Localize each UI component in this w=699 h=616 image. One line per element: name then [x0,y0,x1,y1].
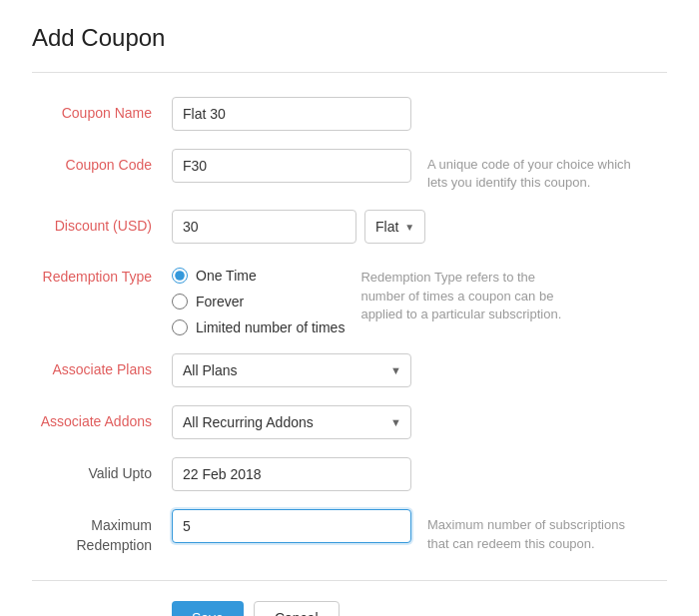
discount-control: Flat ▼ [172,210,425,244]
page-title: Add Coupon [32,24,667,52]
footer-buttons: Save Cancel [32,601,667,616]
save-button[interactable]: Save [172,601,244,616]
coupon-name-row: Coupon Name [32,97,667,131]
associate-plans-control: All Plans ▼ [172,353,411,387]
redemption-radio-group: One Time Forever Limited number of times [172,262,345,335]
valid-upto-control [172,457,411,491]
discount-input[interactable] [172,210,356,244]
valid-upto-label: Valid Upto [32,457,172,484]
discount-label: Discount (USD) [32,210,172,237]
valid-upto-row: Valid Upto [32,457,667,491]
max-redemption-hint: Maximum number of subscriptions that can… [427,509,647,552]
coupon-code-control [172,149,411,183]
coupon-code-label: Coupon Code [32,149,172,176]
redemption-type-label: Redemption Type [32,262,172,288]
redemption-forever-radio[interactable] [172,294,188,309]
max-redemption-row: Maximum Redemption Maximum number of sub… [32,509,667,555]
coupon-code-hint: A unique code of your choice which lets … [427,149,647,192]
coupon-code-input[interactable] [172,149,411,183]
page-container: Add Coupon Coupon Name Coupon Code A uni… [0,0,699,616]
redemption-limited-label: Limited number of times [196,319,345,335]
max-redemption-control [172,509,411,543]
redemption-forever[interactable]: Forever [172,294,345,309]
coupon-name-control [172,97,411,131]
discount-row: Discount (USD) Flat ▼ [32,210,667,244]
coupon-code-row: Coupon Code A unique code of your choice… [32,149,667,192]
associate-plans-label: Associate Plans [32,353,172,380]
associate-plans-select-wrapper: All Plans ▼ [172,353,411,387]
redemption-type-hint: Redemption Type refers to the number of … [360,262,580,323]
cancel-button[interactable]: Cancel [254,601,340,616]
associate-addons-select[interactable]: All Recurring Addons [172,405,411,439]
associate-addons-row: Associate Addons All Recurring Addons ▼ [32,405,667,439]
discount-type-select[interactable]: Flat ▼ [364,210,425,244]
redemption-limited[interactable]: Limited number of times [172,319,345,335]
associate-addons-select-wrapper: All Recurring Addons ▼ [172,405,411,439]
footer-divider [32,580,667,581]
associate-plans-row: Associate Plans All Plans ▼ [32,353,667,387]
discount-type-label: Flat [375,219,398,235]
redemption-one-time-radio[interactable] [172,268,188,284]
max-redemption-label: Maximum Redemption [32,509,172,555]
redemption-one-time-label: One Time [196,268,257,284]
associate-addons-control: All Recurring Addons ▼ [172,405,411,439]
discount-type-chevron-icon: ▼ [404,222,414,233]
redemption-type-control: One Time Forever Limited number of times [172,262,345,335]
redemption-one-time[interactable]: One Time [172,268,345,284]
title-divider [32,72,667,73]
valid-upto-input[interactable] [172,457,411,491]
coupon-name-label: Coupon Name [32,97,172,124]
associate-addons-label: Associate Addons [32,405,172,432]
coupon-name-input[interactable] [172,97,411,131]
redemption-type-row: Redemption Type One Time Forever Limited… [32,262,667,335]
redemption-forever-label: Forever [196,294,244,309]
max-redemption-input[interactable] [172,509,411,543]
associate-plans-select[interactable]: All Plans [172,353,411,387]
redemption-limited-radio[interactable] [172,319,188,335]
